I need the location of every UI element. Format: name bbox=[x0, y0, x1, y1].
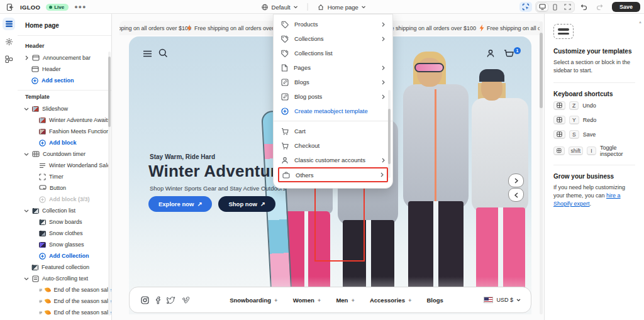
sidebar-item-snow-clothes[interactable]: Snow clothes bbox=[18, 228, 111, 239]
sidebar-item-snow-boards[interactable]: Snow boards bbox=[18, 216, 111, 228]
announcement-text: Free shipping on all orders over $100 bbox=[119, 25, 191, 31]
sidebar-item-timer[interactable]: Timer bbox=[18, 171, 111, 182]
slide-thumb-icon bbox=[39, 129, 46, 135]
live-badge: Live bbox=[46, 4, 69, 11]
nav-item-snowboarding[interactable]: Snowboarding+ bbox=[230, 297, 278, 304]
menu-item-collections-list[interactable]: Collections list bbox=[274, 46, 392, 60]
inspector-toggle-button[interactable] bbox=[519, 2, 532, 12]
nav-item-accessories[interactable]: Accessories+ bbox=[370, 297, 412, 304]
mobile-icon bbox=[553, 4, 557, 11]
us-flag-icon bbox=[484, 297, 493, 303]
menu-item-collections[interactable]: Collections bbox=[274, 31, 392, 46]
save-button[interactable]: Save bbox=[612, 2, 640, 12]
add-section-button[interactable]: Add section bbox=[18, 75, 111, 86]
instagram-icon[interactable] bbox=[141, 296, 149, 304]
nav-item-men[interactable]: Men+ bbox=[336, 297, 355, 304]
add-block-button[interactable]: Add block bbox=[18, 137, 111, 148]
arrow-up-right-icon: ↗ bbox=[197, 201, 202, 207]
sections-sidebar: Home page Header Announcement bar Header… bbox=[18, 14, 112, 320]
desktop-preview-button[interactable] bbox=[536, 3, 548, 11]
app-embeds-tab-button[interactable] bbox=[3, 53, 15, 65]
menu-item-blogs[interactable]: Blogs bbox=[274, 75, 392, 89]
menu-item-products[interactable]: Products bbox=[274, 17, 392, 31]
slideshow-prev-button[interactable] bbox=[508, 188, 524, 202]
ctrl-key-icon bbox=[553, 146, 565, 155]
sidebar-item-announcement-bar[interactable]: Announcement bar bbox=[18, 52, 111, 63]
inspector-panel: ▲ Customize your templates Select a sect… bbox=[544, 14, 644, 320]
blog-icon bbox=[281, 79, 289, 86]
nav-item-women[interactable]: Women+ bbox=[293, 297, 321, 304]
chevron-down-icon bbox=[516, 299, 521, 302]
chevron-down-icon[interactable] bbox=[24, 209, 29, 212]
chevron-right-icon[interactable] bbox=[24, 55, 29, 60]
sidebar-item-fashion-meets-function[interactable]: Fashion Meets Function bbox=[18, 126, 111, 137]
account-icon[interactable] bbox=[486, 49, 495, 58]
menu-item-checkout[interactable]: Checkout bbox=[274, 138, 392, 153]
sidebar-item-end-of-season-sale-3[interactable]: End of the season sale bbox=[18, 307, 111, 318]
slideshow-next-button[interactable] bbox=[508, 174, 524, 187]
sidebar-item-slideshow[interactable]: Slideshow bbox=[18, 103, 111, 114]
menu-item-pages[interactable]: Pages bbox=[274, 60, 392, 75]
search-icon[interactable] bbox=[158, 48, 168, 58]
plus-circle-icon bbox=[39, 196, 46, 203]
menu-item-cart[interactable]: Cart bbox=[274, 124, 392, 138]
facebook-icon[interactable] bbox=[155, 296, 160, 304]
sidebar-scrollbar-thumb[interactable] bbox=[108, 57, 111, 127]
sections-tab-button[interactable] bbox=[3, 18, 15, 30]
plus-circle-icon bbox=[39, 253, 46, 260]
plus-circle-icon bbox=[39, 140, 46, 146]
theme-settings-tab-button[interactable] bbox=[3, 35, 15, 48]
add-collection-button[interactable]: Add Collection bbox=[18, 250, 111, 262]
collection-thumb-icon bbox=[39, 219, 46, 225]
menu-item-others[interactable]: Others bbox=[278, 167, 388, 182]
sidebar-item-button[interactable]: Button bbox=[18, 182, 111, 194]
chevron-down-icon[interactable] bbox=[24, 153, 29, 156]
plus-circle-icon bbox=[281, 108, 289, 115]
panel-scroll-up-icon[interactable]: ▲ bbox=[638, 20, 642, 24]
more-menu-icon[interactable]: ●●● bbox=[74, 4, 86, 10]
preview-scrollbar-thumb[interactable] bbox=[540, 33, 543, 108]
chevron-down-icon[interactable] bbox=[24, 277, 29, 280]
chevron-right-icon bbox=[382, 65, 385, 70]
menu-item-blog-posts[interactable]: Blog posts bbox=[274, 89, 392, 104]
redo-button[interactable] bbox=[594, 2, 606, 12]
fullscreen-preview-button[interactable] bbox=[562, 3, 574, 11]
live-dot-icon bbox=[49, 6, 52, 9]
add-block-disabled: Add block (3/3) bbox=[18, 194, 111, 205]
currency-selector[interactable]: USD $ bbox=[484, 297, 521, 303]
shortcuts-title: Keyboard shortcuts bbox=[553, 91, 635, 97]
mobile-preview-button[interactable] bbox=[549, 3, 561, 11]
section-icon bbox=[31, 66, 39, 72]
tags-icon bbox=[281, 35, 289, 43]
sidebar-item-snow-glasses[interactable]: Snow glasses bbox=[18, 239, 111, 250]
sidebar-item-countdown-timer[interactable]: Countdown timer bbox=[18, 148, 111, 160]
shop-now-button[interactable]: Shop now↗ bbox=[218, 196, 275, 212]
section-icon bbox=[32, 55, 40, 61]
sidebar-item-end-of-season-sale-2[interactable]: End of the season sale bbox=[18, 295, 111, 307]
dropdown-scrollbar-thumb[interactable] bbox=[388, 109, 391, 164]
cart-count-badge: 1 bbox=[514, 47, 521, 54]
vimeo-icon[interactable] bbox=[182, 297, 190, 304]
grow-body: If you need help customizing your theme,… bbox=[553, 184, 635, 208]
menu-item-classic-customer-accounts[interactable]: Classic customer accounts bbox=[274, 153, 392, 167]
explore-now-button[interactable]: Explore now↗ bbox=[148, 196, 212, 212]
sidebar-item-collection-list[interactable]: Collection list bbox=[18, 205, 111, 216]
cart-icon[interactable] bbox=[504, 50, 514, 58]
menu-icon[interactable] bbox=[143, 50, 152, 57]
nav-item-blogs[interactable]: Blogs bbox=[426, 297, 443, 304]
sidebar-item-winter-wonderland-sale[interactable]: Winter Wonderland Sale bbox=[18, 160, 111, 171]
undo-button[interactable] bbox=[578, 2, 591, 12]
page-selector[interactable]: Home page bbox=[318, 4, 366, 11]
twitter-icon[interactable] bbox=[167, 297, 175, 304]
fullscreen-icon bbox=[564, 4, 571, 10]
sidebar-item-winter-adventure-awaits[interactable]: Winter Adventure Awaits bbox=[18, 114, 111, 126]
chevron-down-icon[interactable] bbox=[24, 108, 29, 111]
preview-footer-section[interactable]: Snowboarding+ Women+ Men+ Accessories+ B… bbox=[129, 287, 531, 313]
sidebar-item-auto-scrolling-text[interactable]: Auto-Scrolling text bbox=[18, 273, 111, 284]
sidebar-item-header[interactable]: Header bbox=[18, 63, 111, 75]
sidebar-item-end-of-season-sale-1[interactable]: End of the season sale bbox=[18, 284, 111, 295]
theme-selector[interactable]: Default bbox=[262, 4, 298, 11]
sidebar-item-featured-collection[interactable]: Featured collection bbox=[18, 262, 111, 273]
exit-icon[interactable] bbox=[6, 3, 14, 11]
create-metaobject-template-button[interactable]: Create metaobject template bbox=[274, 104, 392, 118]
